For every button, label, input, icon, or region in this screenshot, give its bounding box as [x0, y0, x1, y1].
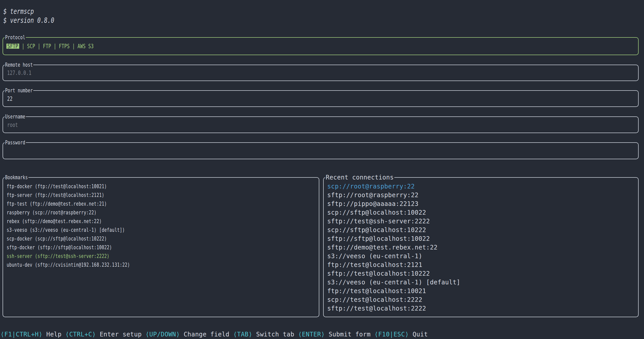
bookmarks-panel-label: Bookmarks: [5, 175, 28, 180]
username-field[interactable]: Username root: [3, 116, 639, 133]
recent-connection-item[interactable]: sftp://test@localhost:10222: [327, 269, 637, 278]
recent-connection-item[interactable]: s3://veeso (eu-central-1): [327, 252, 637, 261]
bookmark-item[interactable]: rebex (sftp://demo@test.rebex.net:22): [7, 217, 317, 226]
recent-connection-item[interactable]: scp://sftp@localhost:10022: [327, 208, 637, 217]
keybinding-action: Enter setup: [96, 331, 146, 338]
terminal-prompt-text-1: $ termscp: [3, 7, 34, 16]
bookmark-item[interactable]: s3-veeso (s3://veeso (eu-central-1) [def…: [7, 226, 317, 234]
bookmarks-panel: Bookmarks ftp-docker (ftp://test@localho…: [3, 177, 319, 317]
protocol-tab-separator: |: [38, 43, 40, 49]
recent-connections-panel: Recent connections scp://root@raspberry:…: [323, 177, 639, 317]
remote-host-input[interactable]: 127.0.0.1: [7, 65, 31, 81]
terminal-prompt-line-1: $ termscp: [3, 8, 34, 15]
password-field[interactable]: Password: [3, 142, 639, 159]
protocol-tab-separator: |: [54, 43, 56, 49]
termscp-auth-screen: $ termscp $ version 0.8.0 Protocol SFTP|…: [0, 0, 644, 339]
keybinding-key: ⟨TAB⟩: [233, 331, 252, 338]
username-input[interactable]: root: [7, 117, 18, 133]
recent-connection-item[interactable]: scp://root@raspberry:22: [327, 182, 637, 191]
keybinding-action: Submit form: [325, 331, 375, 338]
terminal-version-line: $ version 0.8.0: [3, 17, 54, 24]
bookmark-item[interactable]: ftp-server (ftp://test@localhost:2121): [7, 191, 317, 200]
recent-connection-item[interactable]: sftp://test@localhost:2222: [327, 304, 637, 313]
recent-connection-item[interactable]: sftp://root@raspberry:22: [327, 191, 637, 200]
bookmark-item[interactable]: sftp-docker (sftp://sftp@localhost:10022…: [7, 243, 317, 252]
recent-connection-item[interactable]: s3://veeso (eu-central-1) [default]: [327, 278, 637, 287]
protocol-tab-aws-s3[interactable]: AWS S3: [78, 44, 94, 49]
keybinding-action: Change field: [180, 331, 233, 338]
keybinding-key: ⟨UP/DOWN⟩: [145, 331, 180, 338]
password-label: Password: [5, 140, 26, 145]
keybinding-action: Quit: [409, 331, 428, 338]
recent-connection-item[interactable]: sftp://pippo@aaaaa:22123: [327, 200, 637, 208]
bookmarks-list: ftp-docker (ftp://test@localhost:10021)f…: [7, 182, 317, 269]
protocol-tab-separator: |: [72, 43, 75, 49]
bookmark-item[interactable]: ssh-server (sftp://test@ssh-server:2222): [7, 252, 317, 261]
recent-connection-item[interactable]: sftp://sftp@localhost:10022: [327, 234, 637, 243]
port-number-input[interactable]: 22: [7, 91, 13, 106]
protocol-tab-sftp[interactable]: SFTP: [6, 44, 19, 49]
bookmark-item[interactable]: ubuntu-dev (sftp://cvisintin@192.168.232…: [7, 261, 317, 269]
recent-connection-item[interactable]: scp://sftp@localhost:10222: [327, 226, 637, 234]
terminal-version-text: $ version 0.8.0: [3, 16, 54, 25]
protocol-tab-scp[interactable]: SCP: [27, 44, 35, 49]
bookmark-item[interactable]: scp-docker (scp://sftp@localhost:10222): [7, 234, 317, 243]
keybinding-help-bar: ⟨F1|CTRL+H⟩ Help ⟨CTRL+C⟩ Enter setup ⟨U…: [1, 331, 428, 338]
recent-connections-list: scp://root@raspberry:22sftp://root@raspb…: [327, 182, 637, 313]
bookmark-item[interactable]: ftp-docker (ftp://test@localhost:10021): [7, 182, 317, 191]
recent-connection-item[interactable]: sftp://test@ssh-server:2222: [327, 217, 637, 226]
protocol-tab-separator: |: [22, 43, 25, 49]
recent-connection-item[interactable]: ftp://test@localhost:2121: [327, 261, 637, 269]
keybinding-key: ⟨ENTER⟩: [298, 331, 325, 338]
protocol-group: Protocol SFTP|SCP|FTP|FTPS|AWS S3: [3, 37, 639, 55]
protocol-tab-ftp[interactable]: FTP: [43, 44, 51, 49]
recent-connection-item[interactable]: ftp://test@localhost:10021: [327, 287, 637, 295]
keybinding-action: Help: [43, 331, 65, 338]
keybinding-key: ⟨CTRL+C⟩: [65, 331, 96, 338]
port-number-field[interactable]: Port number 22: [3, 90, 639, 107]
keybinding-key: ⟨F1|CTRL+H⟩: [1, 331, 43, 338]
bookmark-item[interactable]: raspberry (scp://root@raspberry:22): [7, 208, 317, 217]
recent-connection-item[interactable]: scp://test@localhost:2222: [327, 295, 637, 304]
remote-host-field[interactable]: Remote host 127.0.0.1: [3, 65, 639, 81]
recent-connection-item[interactable]: sftp://demo@test.rebex.net:22: [327, 243, 637, 252]
protocol-tabs: SFTP|SCP|FTP|FTPS|AWS S3: [6, 38, 94, 55]
keybinding-key: ⟨F10|ESC⟩: [374, 331, 409, 338]
protocol-tab-ftps[interactable]: FTPS: [59, 44, 70, 49]
keybinding-action: Switch tab: [252, 331, 298, 338]
bookmark-item[interactable]: ftp-test (ftp://demo@test.rebex.net:21): [7, 200, 317, 208]
recent-connections-panel-label: Recent connections: [325, 174, 394, 181]
